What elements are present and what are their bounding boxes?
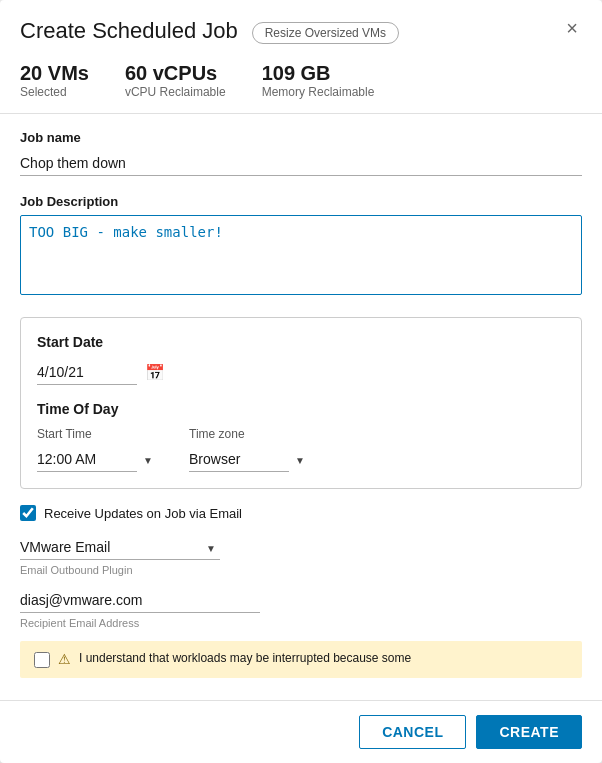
calendar-icon[interactable]: 📅 (145, 363, 165, 382)
start-date-title: Start Date (37, 334, 565, 350)
email-checkbox[interactable] (20, 505, 36, 521)
stat-vcpus-value: 60 vCPUs (125, 62, 226, 85)
timezone-select-wrapper: Browser UTC EST PST ▼ (189, 447, 309, 472)
warning-bar: ⚠ I understand that workloads may be int… (20, 641, 582, 678)
create-scheduled-job-dialog: Create Scheduled Job Resize Oversized VM… (0, 0, 602, 763)
job-description-label: Job Description (20, 194, 582, 209)
job-name-input[interactable] (20, 151, 582, 176)
start-time-select[interactable]: 12:00 AM 1:00 AM 6:00 AM 12:00 PM (37, 447, 137, 472)
scrollable-content: Job name Job Description TOO BIG - make … (0, 114, 602, 700)
dialog-header: Create Scheduled Job Resize Oversized VM… (0, 0, 602, 54)
time-of-day-title: Time Of Day (37, 401, 565, 417)
email-plugin-sublabel: Email Outbound Plugin (20, 564, 582, 576)
dialog-title: Create Scheduled Job (20, 18, 238, 44)
warning-checkbox[interactable] (34, 652, 50, 668)
job-name-label: Job name (20, 130, 582, 145)
job-description-input[interactable]: TOO BIG - make smaller! (20, 215, 582, 295)
stat-memory-value: 109 GB (262, 62, 375, 85)
email-plugin-select[interactable]: VMware Email Other (20, 535, 220, 560)
recipient-email-sublabel: Recipient Email Address (20, 617, 582, 629)
date-row: 📅 (37, 360, 565, 385)
start-date-input[interactable] (37, 360, 137, 385)
start-time-group: Start Time 12:00 AM 1:00 AM 6:00 AM 12:0… (37, 427, 157, 472)
email-checkbox-row: Receive Updates on Job via Email (20, 505, 582, 521)
timezone-group: Time zone Browser UTC EST PST ▼ (189, 427, 309, 472)
stat-vms-value: 20 VMs (20, 62, 89, 85)
email-checkbox-label: Receive Updates on Job via Email (44, 506, 242, 521)
timezone-label: Time zone (189, 427, 309, 441)
job-description-group: Job Description TOO BIG - make smaller! (20, 194, 582, 299)
recipient-email-input[interactable] (20, 588, 260, 613)
close-button[interactable]: × (562, 18, 582, 38)
cancel-button[interactable]: CANCEL (359, 715, 466, 749)
stat-vms-label: Selected (20, 85, 89, 99)
timezone-arrow-icon: ▼ (295, 454, 305, 465)
stat-memory: 109 GB Memory Reclaimable (262, 62, 375, 99)
dialog-footer: CANCEL CREATE (0, 700, 602, 763)
stat-vms: 20 VMs Selected (20, 62, 89, 99)
email-section: Receive Updates on Job via Email VMware … (0, 505, 602, 629)
stat-vcpus-label: vCPU Reclaimable (125, 85, 226, 99)
stat-vcpus: 60 vCPUs vCPU Reclaimable (125, 62, 226, 99)
start-time-arrow-icon: ▼ (143, 454, 153, 465)
timezone-select[interactable]: Browser UTC EST PST (189, 447, 289, 472)
email-plugin-select-wrapper: VMware Email Other ▼ (20, 535, 220, 560)
create-button[interactable]: CREATE (476, 715, 582, 749)
time-row: Start Time 12:00 AM 1:00 AM 6:00 AM 12:0… (37, 427, 565, 472)
schedule-box: Start Date 📅 Time Of Day Start Time 12:0… (20, 317, 582, 489)
form-section: Job name Job Description TOO BIG - make … (0, 114, 602, 299)
stats-bar: 20 VMs Selected 60 vCPUs vCPU Reclaimabl… (0, 54, 602, 114)
warning-icon: ⚠ (58, 651, 71, 667)
resize-badge: Resize Oversized VMs (252, 22, 399, 44)
stat-memory-label: Memory Reclaimable (262, 85, 375, 99)
start-time-label: Start Time (37, 427, 157, 441)
start-time-select-wrapper: 12:00 AM 1:00 AM 6:00 AM 12:00 PM ▼ (37, 447, 157, 472)
header-left: Create Scheduled Job Resize Oversized VM… (20, 18, 399, 44)
email-plugin-field: VMware Email Other ▼ (20, 535, 582, 560)
warning-text: I understand that workloads may be inter… (79, 651, 411, 665)
job-name-group: Job name (20, 130, 582, 176)
